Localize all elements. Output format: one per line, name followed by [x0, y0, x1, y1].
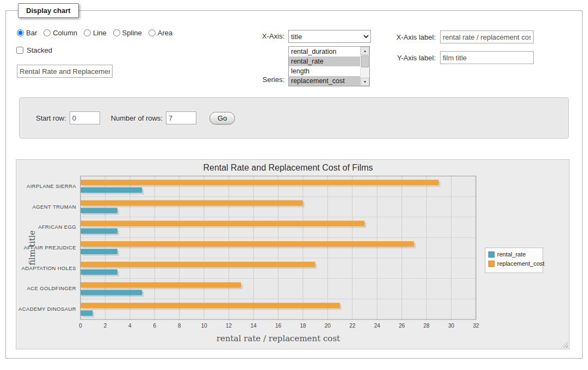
- bar-replacement_cost: [81, 221, 364, 226]
- x-tick-label: 0: [79, 323, 82, 329]
- x-tick-label: 30: [448, 323, 455, 329]
- legend-label: rental_rate: [497, 251, 526, 258]
- bar-replacement_cost: [81, 303, 340, 308]
- scrollbar-thumb[interactable]: [361, 55, 369, 67]
- bar-replacement_cost: [81, 180, 439, 185]
- chart-type-spline[interactable]: Spline: [113, 29, 142, 37]
- x-tick-label: 32: [473, 323, 479, 329]
- series-list-scrollbar[interactable]: ▲ ▼: [360, 47, 369, 86]
- category-label: ACE GOLDFINGER: [27, 285, 76, 291]
- chart-controls: Bar Column Line Spline Area Stacked: [13, 18, 575, 93]
- chart-type-line-label: Line: [93, 29, 107, 37]
- bar-replacement_cost: [81, 200, 303, 206]
- category-label: ADAPTATION HOLES: [21, 265, 76, 271]
- bar-rental_rate: [81, 208, 117, 214]
- bar-rental_rate: [81, 290, 142, 295]
- x-tick-label: 28: [424, 323, 430, 329]
- x-tick-label: 2: [104, 323, 107, 329]
- number-of-rows-label: Number of rows:: [111, 114, 163, 122]
- legend-swatch: [488, 252, 494, 258]
- rows-panel: Start row: Number of rows: Go: [19, 97, 569, 139]
- chart-type-bar[interactable]: Bar: [17, 29, 37, 37]
- x-axis-label-input[interactable]: [440, 30, 534, 43]
- scroll-up-icon[interactable]: ▲: [361, 47, 369, 55]
- x-tick-label: 4: [128, 323, 132, 329]
- chart-type-line[interactable]: Line: [84, 29, 107, 37]
- bar-rental_rate: [81, 187, 142, 193]
- chart-type-spline-label: Spline: [122, 29, 142, 37]
- bar-replacement_cost: [81, 262, 315, 267]
- x-tick-label: 18: [300, 323, 306, 329]
- category-label: ACADEMY DINOSAUR: [18, 306, 76, 312]
- scroll-down-icon[interactable]: ▼: [361, 78, 369, 86]
- bar-rental_rate: [81, 269, 117, 275]
- chart-type-column[interactable]: Column: [44, 29, 77, 37]
- chart-title: Rental Rate and Replacement Cost of Film…: [203, 163, 373, 172]
- category-label: AIRPLANE SIERRA: [27, 183, 76, 189]
- x-tick-label: 8: [178, 323, 181, 329]
- chart-type-area-label: Area: [158, 29, 172, 37]
- x-tick-label: 10: [201, 323, 208, 329]
- chart-type-bar-label: Bar: [26, 29, 37, 37]
- series-option[interactable]: rental_duration: [289, 47, 360, 57]
- chart-type-radio-group: Bar Column Line Spline Area: [17, 29, 172, 37]
- legend-swatch: [488, 261, 494, 267]
- series-option[interactable]: rental_rate: [289, 57, 360, 66]
- x-axis-title: rental rate / replacement cost: [216, 334, 340, 343]
- chart-container: Rental Rate and Replacement Cost of Film…: [16, 159, 570, 349]
- legend-label: replacement_cost: [497, 260, 544, 267]
- x-tick-label: 24: [374, 323, 381, 329]
- go-button[interactable]: Go: [209, 112, 235, 124]
- chart-type-column-label: Column: [53, 29, 77, 37]
- series-multiselect[interactable]: rental_durationrental_ratelengthreplacem…: [288, 46, 370, 86]
- stacked-checkbox[interactable]: [16, 47, 23, 54]
- series-list-label: Series:: [230, 76, 284, 84]
- chart-type-bar-radio[interactable]: [17, 29, 24, 36]
- y-axis-title: film title: [27, 230, 37, 265]
- x-axis-select-label: X-Axis:: [230, 32, 284, 40]
- bar-chart: Rental Rate and Replacement Cost of Film…: [16, 160, 568, 347]
- chart-title-input[interactable]: [17, 65, 113, 78]
- x-axis-label-caption: X-Axis label:: [376, 33, 436, 41]
- series-option[interactable]: replacement_cost: [289, 76, 360, 86]
- number-of-rows-input[interactable]: [166, 111, 196, 124]
- stacked-option[interactable]: Stacked: [16, 46, 52, 54]
- start-row-input[interactable]: [70, 111, 100, 124]
- x-axis-select[interactable]: title: [288, 30, 371, 43]
- series-option[interactable]: length: [289, 66, 360, 76]
- series-option-list: rental_durationrental_ratelengthreplacem…: [289, 47, 360, 86]
- chart-type-line-radio[interactable]: [84, 29, 91, 36]
- x-tick-label: 22: [349, 323, 356, 329]
- x-tick-label: 6: [153, 323, 157, 329]
- start-row-label: Start row:: [36, 114, 66, 122]
- x-tick-label: 26: [399, 323, 405, 329]
- bar-replacement_cost: [81, 282, 241, 287]
- chart-type-area-radio[interactable]: [148, 29, 156, 36]
- category-label: AGENT TRUMAN: [33, 204, 76, 210]
- x-tick-label: 12: [226, 323, 232, 329]
- display-chart-legend: Display chart: [18, 3, 79, 18]
- stacked-label: Stacked: [27, 46, 52, 54]
- display-chart-panel: Display chart Bar Column Line Spline Are…: [5, 3, 583, 359]
- x-tick-label: 14: [251, 323, 257, 329]
- bar-rental_rate: [81, 249, 117, 254]
- chart-type-area[interactable]: Area: [148, 29, 172, 37]
- category-label: AFRICAN EGG: [38, 224, 76, 230]
- chart-type-column-radio[interactable]: [44, 29, 51, 36]
- y-axis-label-caption: Y-Axis label:: [376, 54, 436, 62]
- x-tick-label: 20: [325, 323, 331, 329]
- x-tick-label: 16: [275, 323, 282, 329]
- bar-rental_rate: [81, 310, 92, 316]
- y-axis-label-input[interactable]: [440, 51, 534, 64]
- chart-type-spline-radio[interactable]: [113, 29, 120, 36]
- bar-rental_rate: [81, 228, 117, 234]
- bar-replacement_cost: [81, 241, 414, 247]
